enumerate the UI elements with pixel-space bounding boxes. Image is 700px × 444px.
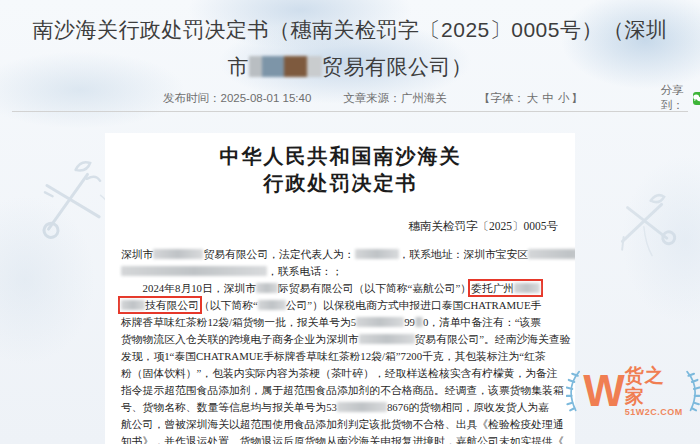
doc-text: 贸易有限公司”。经南沙海关查验 bbox=[415, 333, 571, 345]
doc-text: 贸易有限公司，法定代表人为： bbox=[203, 248, 354, 260]
redacted-company-name bbox=[249, 56, 322, 77]
doc-line: 航公司，曾被深圳海关以超范围使用食品添加剂判定该批货物不合格、出具《检验检疫处理… bbox=[121, 416, 560, 433]
red-highlight-box: 委托广州 bbox=[471, 282, 540, 294]
page-title: 南沙海关行政处罚决定书（穗南关检罚字〔2025〕0005号）（深圳市贸易有限公司… bbox=[30, 11, 670, 85]
document-paper: 中华人民共和国南沙海关 行政处罚决定书 穗南关检罚字〔2025〕0005号 深圳… bbox=[105, 133, 575, 444]
redacted-text bbox=[355, 249, 399, 259]
doc-text: 发现，项1“泰国CHATRAMUE手标牌香草味红茶粉12袋/箱”7200千克，其… bbox=[121, 350, 546, 362]
doc-line: 深圳市贸易有限公司，法定代表人为：，联系地址：深圳市宝安区 bbox=[121, 246, 560, 263]
redacted-text bbox=[258, 300, 286, 310]
redacted-text bbox=[256, 283, 278, 293]
redacted-text bbox=[528, 249, 575, 259]
article-source: 文章来源：广州海关 bbox=[343, 91, 447, 106]
doc-text: 2024年8月10日，深圳市 bbox=[121, 282, 256, 294]
doc-text: 粉（固体饮料）”，包装内实际内容为茶梗（茶叶碎），经取样送检核实含有柠檬黄，为备… bbox=[121, 367, 558, 379]
share-group: 分享到： bbox=[661, 83, 700, 113]
doc-text: 际贸易有限公司（以下简称“嘉航公司”） bbox=[278, 282, 471, 294]
document-org-line: 中华人民共和国南沙海关 bbox=[121, 143, 560, 170]
header-divider bbox=[12, 111, 688, 112]
redacted-text bbox=[514, 283, 540, 293]
redacted-text bbox=[121, 300, 145, 310]
doc-line: 2024年8月10日，深圳市际贸易有限公司（以下简称“嘉航公司”）委托广州 bbox=[121, 280, 560, 297]
share-label: 分享到： bbox=[661, 83, 688, 113]
redacted-text bbox=[153, 249, 203, 259]
doc-text: 技有限公司 bbox=[145, 299, 199, 311]
font-switch-prefix: 【字体： bbox=[479, 92, 525, 104]
doc-line: 粉（固体饮料）”，包装内实际内容为茶梗（茶叶碎），经取样送检核实含有柠檬黄，为备… bbox=[121, 365, 560, 382]
site-watermark-logo: W 货之家 51W2C.COM bbox=[566, 360, 700, 422]
page-title-part2: 贸易有限公司） bbox=[322, 55, 473, 78]
doc-text: 0，清单中备注有：“该票 bbox=[423, 316, 541, 328]
doc-line: 号、货物名称、数量等信息均与报关单号为538676的货物相同，原收发货人为嘉 bbox=[121, 399, 560, 416]
wechat-share-icon[interactable] bbox=[693, 92, 700, 105]
article-meta-bar: 发布时间：2025-08-01 15:40 文章来源：广州海关 【字体：大中小】… bbox=[0, 83, 700, 113]
font-size-large[interactable]: 大 bbox=[527, 92, 539, 104]
doc-text: 标牌香草味红茶粉12袋/箱货物一批，报关单号为5 bbox=[121, 316, 356, 328]
doc-text: 公司”）以保税电商方式申报进口泰国CHATRAMUE手 bbox=[286, 299, 542, 311]
doc-line: 知书》，并作退运处置。货物退运后原货物从南沙海关申报复进境时，嘉航公司未如实提供… bbox=[121, 433, 560, 444]
doc-text: 深圳市 bbox=[121, 248, 153, 260]
font-size-small[interactable]: 小 bbox=[558, 92, 570, 104]
redacted-text bbox=[121, 266, 267, 276]
laurel-wreath-right-icon bbox=[685, 360, 700, 422]
doc-text: 号、货物名称、数量等信息均与报关单号为53 bbox=[121, 401, 337, 413]
red-highlight-box: 技有限公司 bbox=[121, 299, 199, 311]
doc-text: 99 bbox=[404, 316, 415, 328]
doc-body: 深圳市贸易有限公司，法定代表人为：，联系地址：深圳市宝安区，联系电话：； 202… bbox=[121, 246, 560, 444]
doc-text: ，联系电话：； bbox=[267, 265, 343, 277]
doc-line: 发现，项1“泰国CHATRAMUE手标牌香草味红茶粉12袋/箱”7200千克，其… bbox=[121, 348, 560, 365]
document-title-line: 行政处罚决定书 bbox=[121, 170, 560, 197]
doc-text: 8676的货物相同，原收发货人为嘉 bbox=[387, 401, 549, 413]
publish-time: 发布时间：2025-08-01 15:40 bbox=[163, 91, 311, 106]
customs-emblem-watermark-right bbox=[602, 185, 693, 270]
redacted-text bbox=[359, 334, 415, 344]
doc-text: 货物物流区入仓关联的跨境电子商务企业为深圳市 bbox=[121, 333, 359, 345]
redacted-text bbox=[337, 402, 387, 412]
doc-text: 知书》，并作退运处置。货物退运后原货物从南沙海关申报复进境时，嘉航公司未如实提供… bbox=[121, 435, 564, 444]
doc-text: （以下简称“ bbox=[199, 299, 258, 311]
doc-line: 技有限公司（以下简称“公司”）以保税电商方式申报进口泰国CHATRAMUE手 bbox=[121, 297, 560, 314]
doc-line: 标牌香草味红茶粉12袋/箱货物一批，报关单号为5990，清单中备注有：“该票 bbox=[121, 314, 560, 331]
document-number: 穗南关检罚字〔2025〕0005号 bbox=[121, 219, 560, 234]
doc-text: 指令提示超范围食品添加剂，属于超范围食品添加剂的不合格商品。经调查，该票货物集装… bbox=[121, 384, 564, 396]
doc-line: 货物物流区入仓关联的跨境电子商务企业为深圳市贸易有限公司”。经南沙海关查验 bbox=[121, 331, 560, 348]
doc-line: 指令提示超范围食品添加剂，属于超范围食品添加剂的不合格商品。经调查，该票货物集装… bbox=[121, 382, 560, 399]
watermark-name: 货之家 bbox=[625, 365, 683, 407]
watermark-site: 51W2C.COM bbox=[625, 407, 683, 417]
doc-text: 委托广州 bbox=[471, 282, 514, 294]
doc-text: ，联系地址：深圳市宝安区 bbox=[399, 248, 529, 260]
doc-line: ，联系电话：； bbox=[121, 263, 560, 280]
redacted-text bbox=[356, 317, 404, 327]
watermark-letter: W bbox=[583, 369, 623, 413]
font-size-switcher: 【字体：大中小】 bbox=[479, 91, 583, 106]
redacted-text bbox=[415, 317, 423, 327]
doc-text: 航公司，曾被深圳海关以超范围使用食品添加剂判定该批货物不合格、出具《检验检疫处理… bbox=[121, 418, 564, 430]
laurel-wreath-left-icon bbox=[566, 360, 581, 422]
font-switch-suffix: 】 bbox=[571, 92, 583, 104]
font-size-medium[interactable]: 中 bbox=[542, 92, 554, 104]
